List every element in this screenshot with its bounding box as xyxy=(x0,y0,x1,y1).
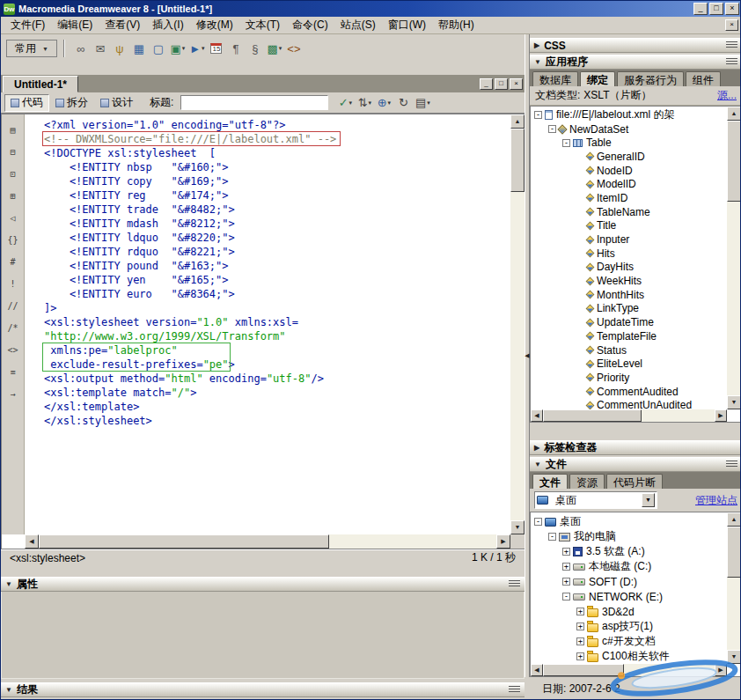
tree-item[interactable]: LinkType xyxy=(531,302,727,316)
tree-item[interactable]: UpdateTime xyxy=(531,315,727,329)
scrollbar-thumb[interactable] xyxy=(727,121,741,202)
files-vertical-scrollbar[interactable]: ▲ ▼ xyxy=(727,512,741,664)
tree-item[interactable]: +3.5 软盘 (A:) xyxy=(531,544,727,559)
collapse-box[interactable]: - xyxy=(534,518,542,526)
scroll-left-button[interactable]: ◀ xyxy=(25,534,39,549)
open-documents-icon[interactable]: ▤ xyxy=(5,123,21,137)
scrollbar-thumb[interactable] xyxy=(39,534,329,549)
scrollbar-thumb[interactable] xyxy=(510,129,525,192)
tree-item[interactable]: ModelID xyxy=(531,177,727,191)
scroll-down-button[interactable]: ▼ xyxy=(510,520,525,534)
menu-item[interactable]: 文件(F) xyxy=(4,16,51,34)
menu-item[interactable]: 修改(M) xyxy=(190,16,239,34)
line-numbers-icon[interactable]: # xyxy=(5,255,21,269)
tab-资源[interactable]: 资源 xyxy=(569,474,605,489)
script-icon[interactable]: § xyxy=(246,39,265,58)
file-management-icon[interactable]: ⇅▾ xyxy=(355,93,374,113)
collapse-selection-icon[interactable]: ⊡ xyxy=(5,167,21,181)
wrap-tag-icon[interactable]: <> xyxy=(5,343,21,357)
view-button[interactable]: 代码 xyxy=(4,94,49,112)
preview-debug-icon[interactable]: ⊕▾ xyxy=(374,93,393,113)
scrollbar-thumb[interactable] xyxy=(727,527,741,578)
date-icon[interactable]: 15 xyxy=(207,39,226,58)
panel-options-icon[interactable] xyxy=(509,686,520,694)
tab-绑定[interactable]: 绑定 xyxy=(580,71,615,86)
scroll-down-button[interactable]: ▼ xyxy=(727,395,741,409)
refresh-design-view-icon[interactable]: ↻ xyxy=(393,93,413,113)
code-pane[interactable]: <?xml version="1.0" encoding="utf-8"?><!… xyxy=(25,114,510,534)
insert-div-icon[interactable]: ▢ xyxy=(149,39,168,58)
indent-code-icon[interactable]: → xyxy=(5,387,21,402)
tree-item[interactable]: EliteLevel xyxy=(531,357,727,371)
panel-options-icon[interactable] xyxy=(509,580,520,588)
tree-item[interactable]: ItemID xyxy=(531,191,727,205)
close-button[interactable]: × xyxy=(725,3,739,15)
tab-数据库[interactable]: 数据库 xyxy=(532,71,578,86)
tree-item[interactable]: Priority xyxy=(531,371,727,385)
expand-box[interactable]: + xyxy=(576,637,584,645)
tree-item[interactable]: +asp技巧(1) xyxy=(531,619,727,634)
view-button[interactable]: 拆分 xyxy=(49,94,94,112)
minimize-button[interactable]: _ xyxy=(693,3,708,15)
doc-restore-button[interactable]: □ xyxy=(495,78,508,90)
tree-item[interactable]: +c#开发文档 xyxy=(531,634,727,649)
tab-组件[interactable]: 组件 xyxy=(686,71,721,86)
insert-category-dropdown[interactable]: 常用 ▼ xyxy=(6,40,57,57)
collapse-panels-icon[interactable]: ◀ xyxy=(525,352,529,359)
panel-header-properties[interactable]: ▼ 属性 xyxy=(1,577,525,592)
tree-item[interactable]: +SOFT (D:) xyxy=(531,574,727,589)
title-bar[interactable]: Dw Macromedia Dreamweaver 8 - [Untitled-… xyxy=(1,1,741,17)
menu-item[interactable]: 命令(C) xyxy=(286,16,334,34)
panel-header-application[interactable]: ▼ 应用程序 xyxy=(530,55,741,70)
panel-options-icon[interactable] xyxy=(726,58,737,66)
tree-item[interactable]: TemplateFile xyxy=(531,329,727,343)
menu-item[interactable]: 文本(T) xyxy=(239,16,286,34)
tree-item[interactable]: +本地磁盘 (C:) xyxy=(531,559,727,574)
tree-item[interactable]: GeneralID xyxy=(531,150,727,164)
source-link[interactable]: 源... xyxy=(717,88,737,103)
media-icon[interactable]: ►▾ xyxy=(187,39,207,58)
images-icon[interactable]: ▣▾ xyxy=(168,39,187,58)
doc-minimize-button[interactable]: _ xyxy=(480,78,493,90)
panel-options-icon[interactable] xyxy=(726,41,737,49)
scroll-up-button[interactable]: ▲ xyxy=(727,107,741,121)
named-anchor-icon[interactable]: ψ xyxy=(110,39,129,58)
comment-icon[interactable]: ¶ xyxy=(226,39,246,58)
recent-snippets-icon[interactable]: ≡ xyxy=(5,365,21,379)
panel-header-files[interactable]: ▼ 文件 xyxy=(530,457,741,472)
templates-icon[interactable]: ▩▾ xyxy=(265,39,284,58)
view-button[interactable]: 设计 xyxy=(94,94,139,112)
tag-chooser-icon[interactable]: <> xyxy=(284,39,304,58)
balance-braces-icon[interactable]: {} xyxy=(5,233,21,247)
maximize-button[interactable]: □ xyxy=(709,3,723,15)
tree-item[interactable]: -Table xyxy=(531,136,727,150)
highlight-invalid-code-icon[interactable]: ! xyxy=(5,277,21,291)
site-select[interactable]: 桌面 ▼ xyxy=(534,491,657,509)
menu-item[interactable]: 站点(S) xyxy=(334,16,382,34)
scrollbar-thumb[interactable] xyxy=(543,409,642,422)
expand-box[interactable]: + xyxy=(562,578,570,586)
bindings-vertical-scrollbar[interactable]: ▲ ▼ xyxy=(727,107,741,409)
remove-comment-icon[interactable]: /* xyxy=(5,321,21,335)
scroll-left-button[interactable]: ◀ xyxy=(531,664,543,676)
tree-item[interactable]: -我的电脑 xyxy=(531,529,727,544)
collapse-box[interactable]: - xyxy=(534,111,542,119)
panel-header-css[interactable]: ▶ CSS xyxy=(530,38,741,53)
apply-comment-icon[interactable]: // xyxy=(5,299,21,313)
tree-item[interactable]: +3D&2d xyxy=(531,604,727,619)
tree-item[interactable]: TableName xyxy=(531,205,727,219)
tree-item[interactable]: -file:///E|/labelout.xml 的架 xyxy=(531,108,727,122)
tag-selector[interactable]: <xsl:stylesheet> xyxy=(10,552,85,564)
expand-box[interactable]: + xyxy=(576,652,584,660)
tree-item[interactable]: Inputer xyxy=(531,232,727,247)
menu-item[interactable]: 查看(V) xyxy=(99,16,146,34)
expand-box[interactable]: + xyxy=(576,608,584,615)
menu-item[interactable]: 帮助(H) xyxy=(432,16,481,34)
tree-item[interactable]: DayHits xyxy=(531,261,727,275)
tab-代码片断[interactable]: 代码片断 xyxy=(606,474,663,489)
expand-all-icon[interactable]: ⊞ xyxy=(5,189,21,203)
menu-item[interactable]: 窗口(W) xyxy=(382,16,432,34)
validate-markup-icon[interactable]: ✓▾ xyxy=(335,93,355,113)
select-parent-tag-icon[interactable]: ◁ xyxy=(5,211,21,225)
menu-item[interactable]: 插入(I) xyxy=(146,16,189,34)
